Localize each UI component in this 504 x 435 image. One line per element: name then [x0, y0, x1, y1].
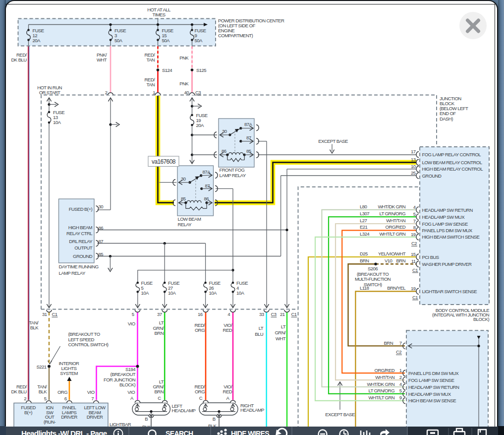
svg-text:SEARCH: SEARCH: [166, 430, 193, 435]
svg-text:HIDE WIRES: HIDE WIRES: [231, 430, 269, 435]
svg-text:Headlights -W/ DRL - Page: Headlights -W/ DRL - Page: [21, 429, 107, 435]
